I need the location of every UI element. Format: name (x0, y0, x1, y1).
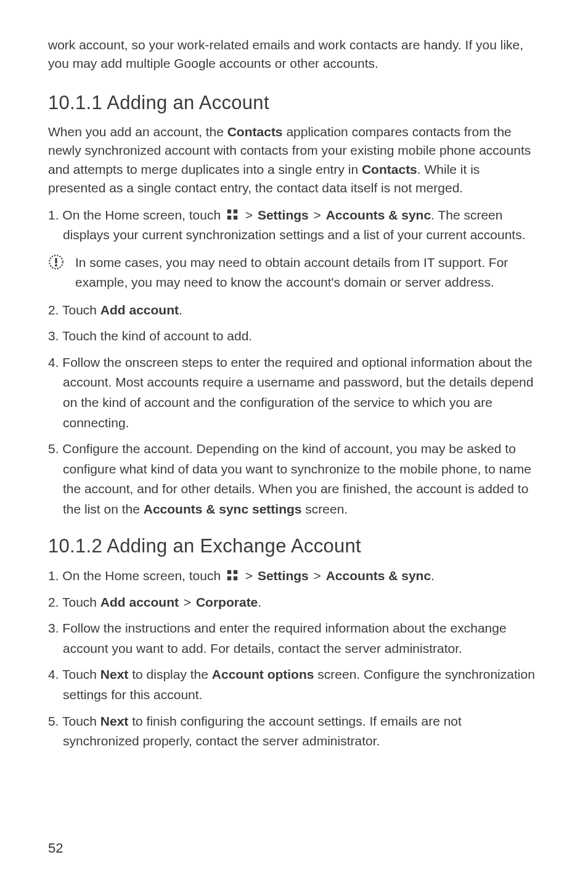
step-5: 5. Configure the account. Depending on t… (48, 439, 540, 519)
note-text: In some cases, you may need to obtain ac… (75, 253, 540, 293)
exchange-account-steps: 1. On the Home screen, touch > Settings … (48, 566, 540, 751)
svg-rect-0 (227, 209, 231, 213)
text-fragment: > (180, 595, 195, 609)
text-fragment: > (242, 568, 256, 583)
note-icon-wrap (48, 253, 75, 276)
svg-rect-8 (234, 570, 237, 574)
bold-contacts: Contacts (227, 125, 283, 139)
step-3: 3. Touch the kind of account to add. (48, 326, 540, 346)
step-4: 4. Touch Next to display the Account opt… (48, 665, 540, 705)
text-fragment: to display the (128, 667, 211, 681)
text-fragment: 4. Touch (48, 667, 100, 681)
text-fragment: . (431, 568, 435, 583)
bold-accounts-sync-settings: Accounts & sync settings (144, 502, 302, 516)
bold-add-account: Add account (100, 303, 179, 317)
apps-grid-icon (226, 208, 239, 221)
text-fragment: . (258, 595, 261, 609)
bold-settings: Settings (258, 568, 309, 583)
svg-rect-9 (227, 576, 231, 580)
text-fragment: screen. (301, 502, 348, 516)
text-fragment: . (179, 303, 182, 317)
text-fragment: When you add an account, the (48, 125, 227, 139)
page-number: 52 (48, 840, 63, 856)
bold-settings: Settings (258, 208, 309, 222)
step-5: 5. Touch Next to finish configuring the … (48, 711, 540, 752)
heading-adding-exchange-account: 10.1.2 Adding an Exchange Account (48, 535, 540, 557)
bold-accounts-sync: Accounts & sync (326, 208, 431, 222)
bold-accounts-sync: Accounts & sync (326, 568, 431, 583)
svg-rect-1 (234, 209, 237, 213)
svg-rect-7 (227, 570, 231, 574)
text-fragment: > (310, 208, 325, 222)
bold-next: Next (100, 667, 129, 681)
svg-point-6 (55, 264, 57, 266)
info-warning-icon (48, 254, 64, 270)
text-fragment: 2. Touch (48, 303, 100, 317)
svg-rect-3 (234, 215, 237, 219)
intro-paragraph: work account, so your work-related email… (48, 36, 540, 73)
adding-account-intro: When you add an account, the Contacts ap… (48, 123, 540, 198)
bold-account-options: Account options (212, 667, 314, 681)
bold-corporate: Corporate (196, 595, 258, 609)
step-4: 4. Follow the onscreen steps to enter th… (48, 353, 540, 433)
section-adding-exchange-account: 10.1.2 Adding an Exchange Account 1. On … (48, 535, 540, 751)
step-3: 3. Follow the instructions and enter the… (48, 618, 540, 658)
text-fragment: 1. On the Home screen, touch (48, 208, 224, 222)
bold-next: Next (100, 714, 129, 728)
svg-rect-5 (55, 258, 57, 263)
svg-rect-2 (227, 215, 231, 219)
adding-account-steps: 1. On the Home screen, touch > Settings … (48, 205, 540, 245)
svg-rect-10 (234, 576, 237, 580)
adding-account-steps-cont: 2. Touch Add account. 3. Touch the kind … (48, 300, 540, 519)
step-1: 1. On the Home screen, touch > Settings … (48, 205, 540, 245)
step-1: 1. On the Home screen, touch > Settings … (48, 566, 540, 586)
bold-add-account: Add account (100, 595, 179, 609)
step-2: 2. Touch Add account. (48, 300, 540, 321)
text-fragment: 5. Touch (48, 714, 100, 728)
heading-adding-account: 10.1.1 Adding an Account (48, 92, 540, 114)
info-note: In some cases, you may need to obtain ac… (48, 253, 540, 293)
section-adding-account: 10.1.1 Adding an Account When you add an… (48, 92, 540, 519)
apps-grid-icon (226, 568, 239, 582)
text-fragment: > (242, 208, 256, 222)
text-fragment: 1. On the Home screen, touch (48, 568, 224, 583)
bold-contacts: Contacts (362, 162, 417, 176)
text-fragment: > (310, 568, 325, 583)
step-2: 2. Touch Add account > Corporate. (48, 592, 540, 613)
text-fragment: 2. Touch (48, 595, 100, 609)
